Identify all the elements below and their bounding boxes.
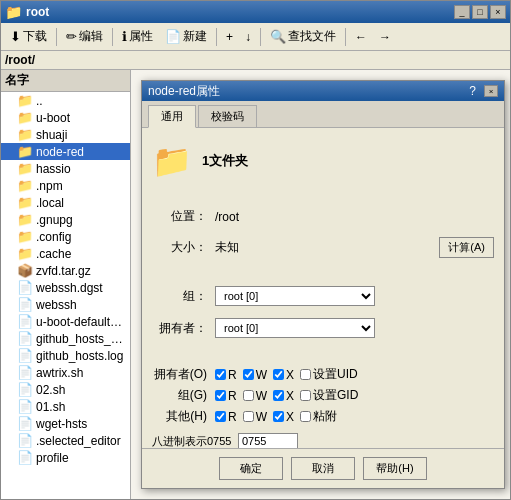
tab-checksum[interactable]: 校验码 — [198, 105, 257, 127]
setgid-check: 设置GID — [300, 387, 358, 404]
location-value: /root — [215, 210, 494, 224]
window-controls: _ □ × — [454, 5, 506, 19]
group-r-label: R — [228, 389, 237, 403]
sidebar-item-webssh[interactable]: 📄 webssh — [1, 296, 130, 313]
file-icon: 📄 — [17, 399, 33, 414]
sidebar-item-npm[interactable]: 📁 .npm — [1, 177, 130, 194]
group-x-checkbox[interactable] — [273, 390, 284, 401]
back-button[interactable]: ← — [350, 27, 372, 47]
sidebar-item-local[interactable]: 📁 .local — [1, 194, 130, 211]
properties-button[interactable]: ℹ 属性 — [117, 25, 158, 48]
minimize-button[interactable]: _ — [454, 5, 470, 19]
file-name-label: 1文件夹 — [202, 152, 248, 170]
octal-input[interactable] — [238, 433, 298, 448]
owner-w-check: W — [243, 368, 267, 382]
window-title: root — [26, 5, 450, 19]
calculate-button[interactable]: 计算(A) — [439, 237, 494, 258]
sidebar-item-gnupg[interactable]: 📁 .gnupg — [1, 211, 130, 228]
sidebar-item-github-hosts-update[interactable]: 📄 github_hosts_update.sh — [1, 330, 130, 347]
setuid-check: 设置UID — [300, 366, 358, 383]
new-button[interactable]: 📄 新建 — [160, 25, 212, 48]
folder-icon: 📁 — [17, 161, 33, 176]
download-button[interactable]: ⬇ 下载 — [5, 25, 52, 48]
group-x-check: X — [273, 389, 294, 403]
folder-icon: 📁 — [17, 229, 33, 244]
sidebar-item-profile[interactable]: 📄 profile — [1, 449, 130, 466]
other-w-label: W — [256, 410, 267, 424]
toolbar-sep-1 — [56, 28, 57, 46]
dialog-title-controls: × — [484, 85, 498, 97]
sidebar-header: 名字 — [1, 70, 130, 92]
other-perm-row: 其他(H) R W — [152, 408, 494, 425]
group-select[interactable]: root [0] — [215, 286, 375, 306]
toolbar-sep-2 — [112, 28, 113, 46]
close-button[interactable]: × — [490, 5, 506, 19]
sidebar-item-github-hosts-log[interactable]: 📄 github_hosts.log — [1, 347, 130, 364]
sticky-checkbox[interactable] — [300, 411, 311, 422]
folder-icon: 📁 — [17, 246, 33, 261]
group-r-checkbox[interactable] — [215, 390, 226, 401]
sidebar-item-hassio[interactable]: 📁 hassio — [1, 160, 130, 177]
plus-button[interactable]: + — [221, 27, 238, 47]
dialog-title-text: node-red属性 — [148, 83, 469, 100]
edit-button[interactable]: ✏ 编辑 — [61, 25, 108, 48]
owner-perm-row: 拥有者(O) R W — [152, 366, 494, 383]
sidebar-item-01sh[interactable]: 📄 01.sh — [1, 398, 130, 415]
breadcrumb-bar: /root/ — [1, 51, 510, 70]
search-button[interactable]: 🔍 查找文件 — [265, 25, 341, 48]
sidebar-item-wget-hsts[interactable]: 📄 wget-hsts — [1, 415, 130, 432]
cancel-button[interactable]: 取消 — [291, 457, 355, 480]
sidebar-item-uboot-aml[interactable]: 📄 u-boot-default-aml.im — [1, 313, 130, 330]
owner-r-checkbox[interactable] — [215, 369, 226, 380]
sticky-label: 粘附 — [313, 408, 337, 425]
other-w-checkbox[interactable] — [243, 411, 254, 422]
owner-perm-cols: R W X — [215, 366, 358, 383]
file-icon: 📄 — [17, 450, 33, 465]
dialog-help-mark: ? — [469, 84, 476, 98]
size-value: 未知 — [215, 239, 435, 256]
sidebar-item-node-red[interactable]: 📁 node-red — [1, 143, 130, 160]
owner-x-checkbox[interactable] — [273, 369, 284, 380]
down-button[interactable]: ↓ — [240, 27, 256, 47]
help-button[interactable]: 帮助(H) — [363, 457, 426, 480]
toolbar-sep-4 — [260, 28, 261, 46]
dialog-title-bar: node-red属性 ? × — [142, 81, 504, 101]
maximize-button[interactable]: □ — [472, 5, 488, 19]
setuid-checkbox[interactable] — [300, 369, 311, 380]
sidebar-item-selected-editor[interactable]: 📄 .selected_editor — [1, 432, 130, 449]
other-r-checkbox[interactable] — [215, 411, 226, 422]
sidebar-item-02sh[interactable]: 📄 02.sh — [1, 381, 130, 398]
sidebar-item-awtrix[interactable]: 📄 awtrix.sh — [1, 364, 130, 381]
folder-icon: 📁 — [17, 212, 33, 227]
main-window: 📁 root _ □ × ⬇ 下载 ✏ 编辑 ℹ 属性 📄 新建 + — [0, 0, 511, 500]
tab-general[interactable]: 通用 — [148, 105, 196, 128]
properties-icon: ℹ — [122, 29, 127, 44]
other-x-checkbox[interactable] — [273, 411, 284, 422]
other-r-check: R — [215, 410, 237, 424]
sidebar-item-cache[interactable]: 📁 .cache — [1, 245, 130, 262]
sidebar-item-config[interactable]: 📁 .config — [1, 228, 130, 245]
folder-icon: 📁 — [17, 144, 33, 159]
setgid-checkbox[interactable] — [300, 390, 311, 401]
sidebar-item-shuaji[interactable]: 📁 shuaji — [1, 126, 130, 143]
octal-label: 八进制表示0755 — [152, 434, 232, 449]
sidebar-item-zvfd[interactable]: 📦 zvfd.tar.gz — [1, 262, 130, 279]
dialog-close-button[interactable]: × — [484, 85, 498, 97]
file-icon: 📄 — [17, 433, 33, 448]
dialog-tabs: 通用 校验码 — [142, 101, 504, 128]
forward-button[interactable]: → — [374, 27, 396, 47]
ok-button[interactable]: 确定 — [219, 457, 283, 480]
other-r-label: R — [228, 410, 237, 424]
owner-select[interactable]: root [0] — [215, 318, 375, 338]
edit-icon: ✏ — [66, 29, 77, 44]
sidebar-item-uboot[interactable]: 📁 u-boot — [1, 109, 130, 126]
folder-icon: 📁 — [17, 178, 33, 193]
octal-row: 八进制表示0755 — [152, 433, 494, 448]
owner-w-label: W — [256, 368, 267, 382]
file-icon: 📄 — [17, 280, 33, 295]
sidebar-item-webssh-dgst[interactable]: 📄 webssh.dgst — [1, 279, 130, 296]
owner-perm-label: 拥有者(O) — [152, 366, 207, 383]
group-w-checkbox[interactable] — [243, 390, 254, 401]
sidebar-item-dotdot[interactable]: 📁 .. — [1, 92, 130, 109]
owner-w-checkbox[interactable] — [243, 369, 254, 380]
